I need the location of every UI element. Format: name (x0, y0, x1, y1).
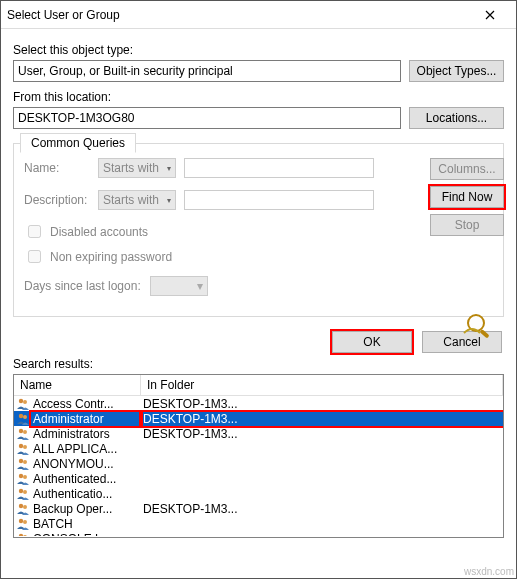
results-body: Access Contr...DESKTOP-1M3...Administrat… (14, 396, 503, 536)
row-folder: DESKTOP-1M3... (141, 397, 503, 411)
row-name: Administrators (31, 427, 141, 441)
column-in-folder[interactable]: In Folder (141, 375, 503, 395)
object-types-button[interactable]: Object Types... (409, 60, 504, 82)
row-name: ANONYMOU... (31, 457, 141, 471)
close-icon (485, 10, 495, 20)
svg-point-11 (23, 460, 27, 464)
svg-point-6 (19, 429, 23, 433)
watermark: wsxdn.com (464, 566, 514, 577)
svg-point-18 (19, 519, 23, 523)
svg-point-21 (23, 535, 27, 536)
svg-point-19 (23, 520, 27, 524)
svg-point-14 (19, 489, 23, 493)
tab-common-queries[interactable]: Common Queries (20, 133, 136, 153)
results-header: Name In Folder (14, 375, 503, 396)
table-row[interactable]: Authenticatio... (14, 486, 503, 501)
location-label: From this location: (13, 90, 504, 104)
side-buttons: Columns... Find Now Stop (430, 158, 504, 236)
description-label: Description: (24, 193, 90, 207)
row-folder: DESKTOP-1M3... (141, 412, 503, 426)
table-row[interactable]: ALL APPLICA... (14, 441, 503, 456)
results-list[interactable]: Name In Folder Access Contr...DESKTOP-1M… (13, 374, 504, 538)
title-bar: Select User or Group (1, 1, 516, 29)
table-row[interactable]: Authenticated... (14, 471, 503, 486)
row-name: Authenticatio... (31, 487, 141, 501)
user-group-icon (15, 517, 31, 531)
user-group-icon (15, 427, 31, 441)
row-folder: DESKTOP-1M3... (141, 427, 503, 441)
user-group-icon (15, 412, 31, 426)
disabled-accounts-checkbox[interactable] (28, 225, 41, 238)
days-logon-combo[interactable]: ▾ (150, 276, 208, 296)
user-group-icon (15, 487, 31, 501)
search-magnifier-icon (462, 311, 498, 339)
name-mode-value: Starts with (103, 161, 159, 175)
svg-point-3 (23, 400, 27, 404)
chevron-down-icon: ▾ (197, 279, 203, 293)
user-group-icon (15, 472, 31, 486)
days-logon-label: Days since last logon: (24, 279, 142, 293)
find-now-button[interactable]: Find Now (430, 186, 504, 208)
table-row[interactable]: Backup Oper...DESKTOP-1M3... (14, 501, 503, 516)
name-input[interactable] (184, 158, 374, 178)
row-name: Administrator (31, 412, 141, 426)
row-name: ALL APPLICA... (31, 442, 141, 456)
svg-point-20 (19, 534, 23, 536)
dialog-window: Select User or Group Select this object … (0, 0, 517, 579)
user-group-icon (15, 442, 31, 456)
chevron-down-icon: ▾ (167, 196, 171, 205)
user-group-icon (15, 502, 31, 516)
user-group-icon (15, 532, 31, 537)
search-results-label: Search results: (13, 357, 516, 371)
svg-point-17 (23, 505, 27, 509)
stop-button[interactable]: Stop (430, 214, 504, 236)
object-type-field[interactable] (13, 60, 401, 82)
description-mode-combo[interactable]: Starts with ▾ (98, 190, 176, 210)
column-name[interactable]: Name (14, 375, 141, 395)
svg-point-16 (19, 504, 23, 508)
ok-button[interactable]: OK (332, 331, 412, 353)
table-row[interactable]: AdministratorsDESKTOP-1M3... (14, 426, 503, 441)
user-group-icon (15, 397, 31, 411)
window-title: Select User or Group (7, 8, 470, 22)
svg-point-10 (19, 459, 23, 463)
svg-rect-1 (479, 329, 489, 338)
close-button[interactable] (470, 4, 510, 26)
row-name: CONSOLE L... (31, 532, 141, 537)
table-row[interactable]: BATCH (14, 516, 503, 531)
location-field[interactable] (13, 107, 401, 129)
svg-point-15 (23, 490, 27, 494)
svg-point-4 (19, 414, 23, 418)
locations-button[interactable]: Locations... (409, 107, 504, 129)
disabled-accounts-label: Disabled accounts (50, 225, 148, 239)
name-label: Name: (24, 161, 90, 175)
svg-point-9 (23, 445, 27, 449)
description-mode-value: Starts with (103, 193, 159, 207)
svg-point-12 (19, 474, 23, 478)
description-input[interactable] (184, 190, 374, 210)
row-folder: DESKTOP-1M3... (141, 502, 503, 516)
user-group-icon (15, 457, 31, 471)
row-name: Access Contr... (31, 397, 141, 411)
name-mode-combo[interactable]: Starts with ▾ (98, 158, 176, 178)
non-expiring-checkbox[interactable] (28, 250, 41, 263)
svg-point-2 (19, 399, 23, 403)
svg-point-13 (23, 475, 27, 479)
row-name: Authenticated... (31, 472, 141, 486)
svg-point-7 (23, 430, 27, 434)
row-name: BATCH (31, 517, 141, 531)
table-row[interactable]: Access Contr...DESKTOP-1M3... (14, 396, 503, 411)
svg-point-5 (23, 415, 27, 419)
columns-button[interactable]: Columns... (430, 158, 504, 180)
chevron-down-icon: ▾ (167, 164, 171, 173)
svg-point-8 (19, 444, 23, 448)
table-row[interactable]: CONSOLE L... (14, 531, 503, 536)
table-row[interactable]: AdministratorDESKTOP-1M3... (14, 411, 503, 426)
table-row[interactable]: ANONYMOU... (14, 456, 503, 471)
non-expiring-label: Non expiring password (50, 250, 172, 264)
object-type-label: Select this object type: (13, 43, 504, 57)
row-name: Backup Oper... (31, 502, 141, 516)
